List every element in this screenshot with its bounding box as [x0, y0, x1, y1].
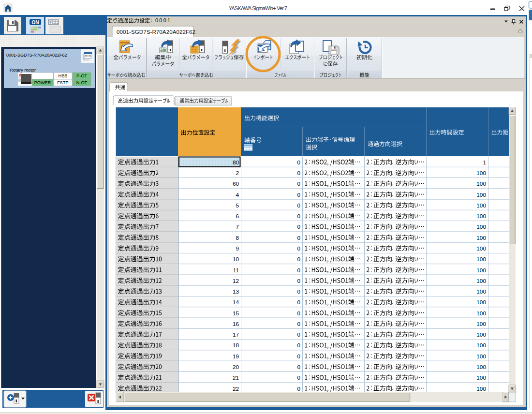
svg-text:0: 0 [297, 353, 300, 360]
svg-text:9: 9 [236, 245, 239, 252]
svg-text:0: 0 [297, 385, 300, 392]
svg-text:100: 100 [476, 223, 486, 230]
svg-text:13: 13 [233, 288, 239, 295]
svg-text:0: 0 [297, 321, 300, 327]
svg-text:100: 100 [476, 385, 486, 392]
svg-text:P-OT: P-OT [76, 74, 87, 78]
svg-text:16: 16 [233, 321, 239, 327]
svg-text:0: 0 [297, 192, 300, 198]
svg-text:10: 10 [233, 256, 239, 263]
svg-text:0: 0 [297, 374, 300, 381]
svg-text:100: 100 [476, 288, 486, 295]
svg-text:0: 0 [297, 245, 300, 252]
svg-text:0: 0 [297, 235, 300, 241]
svg-text:0: 0 [297, 288, 300, 295]
svg-text:YASKAWA SigmaWin+ Ver.7: YASKAWA SigmaWin+ Ver.7 [229, 5, 287, 11]
svg-text:100: 100 [476, 321, 486, 327]
svg-text:0001-SGD7S-R70A20A022F62: 0001-SGD7S-R70A20A022F62 [6, 53, 67, 58]
svg-text:100: 100 [476, 245, 486, 252]
svg-text:100: 100 [476, 192, 486, 198]
svg-text:100: 100 [476, 342, 486, 349]
svg-text:100: 100 [476, 180, 486, 187]
svg-text:0: 0 [297, 299, 300, 306]
svg-text:0: 0 [297, 170, 300, 177]
svg-text:5: 5 [236, 202, 239, 209]
svg-text:N-OT: N-OT [76, 80, 88, 85]
svg-text:7: 7 [236, 223, 239, 230]
svg-text:100: 100 [476, 213, 486, 220]
svg-text:FSTP: FSTP [57, 80, 68, 85]
svg-text:19: 19 [233, 353, 239, 360]
svg-text:100: 100 [476, 364, 486, 370]
svg-text:22: 22 [233, 385, 239, 392]
svg-text:A: A [19, 73, 22, 77]
svg-text:0: 0 [297, 180, 300, 187]
svg-text:21: 21 [233, 374, 239, 381]
svg-text:12: 12 [233, 278, 239, 284]
svg-text:0: 0 [297, 267, 300, 274]
svg-text:17: 17 [233, 331, 239, 338]
svg-text:18: 18 [233, 342, 239, 349]
svg-text:100: 100 [476, 235, 486, 241]
svg-text:14: 14 [233, 299, 239, 306]
svg-text:0001: 0001 [155, 17, 171, 23]
svg-text:20: 20 [233, 364, 239, 370]
svg-text:0: 0 [297, 278, 300, 284]
svg-text:0: 0 [297, 256, 300, 263]
svg-text:1: 1 [483, 159, 486, 166]
svg-text:15: 15 [233, 310, 239, 317]
svg-text:60: 60 [233, 180, 239, 187]
svg-text:POWER: POWER [34, 80, 51, 85]
svg-text:100: 100 [476, 353, 486, 360]
svg-text:0: 0 [297, 223, 300, 230]
svg-text:0: 0 [297, 342, 300, 349]
svg-text:100: 100 [476, 278, 486, 284]
svg-text:100: 100 [476, 299, 486, 306]
svg-text:11: 11 [233, 267, 239, 274]
svg-text:0: 0 [297, 310, 300, 317]
svg-text:100: 100 [476, 256, 486, 263]
svg-text:100: 100 [476, 331, 486, 338]
svg-text:Rotary motor: Rotary motor [10, 67, 36, 73]
svg-text:HBB: HBB [59, 74, 68, 78]
svg-text:0001-SGD7S-R70A20A022F62: 0001-SGD7S-R70A20A022F62 [117, 29, 195, 35]
svg-text:0: 0 [297, 202, 300, 209]
svg-text:ON: ON [32, 20, 39, 25]
svg-text:0: 0 [297, 213, 300, 220]
svg-text:0: 0 [297, 364, 300, 370]
svg-text:100: 100 [476, 267, 486, 274]
svg-text:100: 100 [476, 310, 486, 317]
svg-text:0: 0 [297, 159, 300, 166]
svg-text:OFF: OFF [49, 20, 59, 25]
svg-text:100: 100 [476, 202, 486, 209]
svg-text:0: 0 [297, 331, 300, 338]
svg-text:80: 80 [233, 159, 239, 166]
svg-text:2: 2 [236, 170, 239, 177]
svg-text:4: 4 [236, 192, 239, 198]
svg-text:6: 6 [236, 213, 239, 220]
svg-text:8: 8 [236, 235, 239, 241]
svg-text:100: 100 [476, 374, 486, 381]
svg-text:100: 100 [476, 170, 486, 177]
